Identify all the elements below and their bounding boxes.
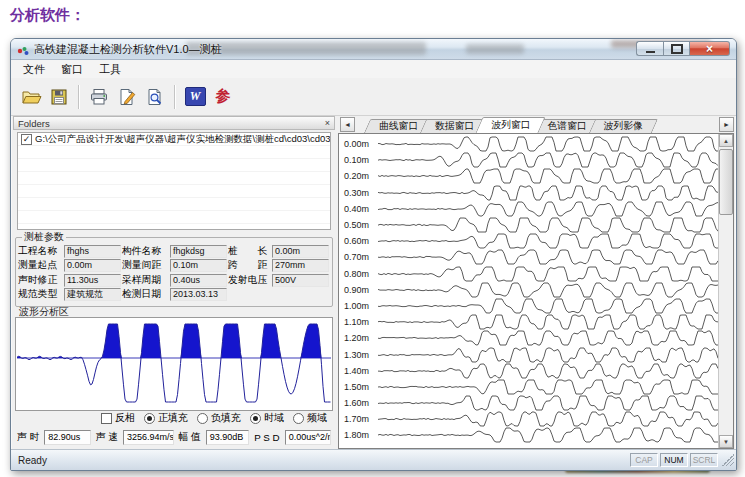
time-domain-radio[interactable]: 时域 bbox=[250, 411, 284, 425]
depth-label: 0.40m bbox=[339, 204, 378, 214]
param-value: 270mm bbox=[272, 259, 329, 272]
param-label: 测量起点 bbox=[18, 259, 63, 272]
invert-checkbox[interactable]: 反相 bbox=[101, 411, 135, 425]
waveform-trace bbox=[378, 315, 718, 329]
freq-domain-radio[interactable]: 频域 bbox=[293, 411, 327, 425]
background-window-blur bbox=[186, 42, 426, 55]
sound-speed-value: 3256.94m/s bbox=[123, 430, 174, 445]
page-pencil-icon bbox=[117, 88, 137, 106]
wave-trace-row: 1.30m bbox=[339, 346, 733, 362]
view-tabbar: ◄ 曲线窗口数据窗口波列窗口色谱窗口波列影像 ► bbox=[338, 116, 734, 134]
param-label: 规范类型 bbox=[18, 288, 63, 301]
radio-icon bbox=[144, 413, 155, 424]
maximize-icon bbox=[671, 44, 683, 54]
wave-trace-row: 1.40m bbox=[339, 363, 733, 379]
edit-report-button[interactable] bbox=[113, 83, 141, 110]
vertical-scrollbar[interactable]: ▲ ▼ bbox=[718, 134, 733, 448]
status-cell-num: NUM bbox=[660, 453, 688, 467]
folders-close-icon[interactable]: × bbox=[325, 118, 330, 128]
print-icon bbox=[89, 88, 109, 106]
waveform-trace bbox=[378, 202, 718, 216]
invert-label: 反相 bbox=[115, 411, 135, 425]
depth-label: 1.80m bbox=[339, 430, 378, 440]
menu-tools[interactable]: 工具 bbox=[91, 60, 129, 79]
background-window-blur bbox=[466, 44, 524, 54]
analysis-wave-fill bbox=[17, 324, 331, 358]
param-label: 测量间距 bbox=[122, 259, 169, 272]
parameters-icon: 参 bbox=[216, 87, 231, 106]
wave-trace-row: 1.80m bbox=[339, 427, 733, 443]
param-label: 声时修正 bbox=[18, 274, 63, 287]
resize-grip[interactable] bbox=[722, 454, 734, 466]
positive-fill-label: 正填充 bbox=[158, 411, 188, 425]
word-icon: W bbox=[185, 87, 206, 106]
depth-label: 0.20m bbox=[339, 171, 378, 181]
tab-label: 色谱窗口 bbox=[548, 120, 587, 133]
negative-fill-label: 负填充 bbox=[211, 411, 241, 425]
open-folder-icon bbox=[21, 88, 42, 106]
wave-trace-row: 0.70m bbox=[339, 249, 733, 265]
param-label: 桩 长 bbox=[228, 245, 271, 258]
waveform-trace bbox=[378, 364, 718, 378]
param-value: 2013.03.13 bbox=[170, 288, 227, 301]
waveform-trace bbox=[378, 250, 718, 264]
psd-value: 0.00us^2/m bbox=[285, 430, 331, 445]
folders-panel-title: Folders bbox=[18, 118, 50, 129]
titlebar: 高铁建混凝土检测分析软件V1.0—测桩 × bbox=[11, 39, 736, 60]
wave-trace-row: 0.30m bbox=[339, 185, 733, 201]
tabs-scroll-right-icon[interactable]: ► bbox=[719, 117, 734, 132]
menu-file[interactable]: 文件 bbox=[15, 60, 53, 79]
tabs-scroll-left-icon[interactable]: ◄ bbox=[340, 117, 355, 132]
tab-label: 数据窗口 bbox=[435, 120, 474, 133]
menu-window[interactable]: 窗口 bbox=[53, 60, 91, 79]
analysis-wave-outline bbox=[17, 324, 331, 402]
depth-label: 0.30m bbox=[339, 188, 378, 198]
print-button[interactable] bbox=[85, 83, 113, 110]
wave-trace-row: 0.80m bbox=[339, 266, 733, 282]
tab-label: 波列影像 bbox=[604, 120, 643, 133]
waveform-trace bbox=[378, 348, 718, 362]
depth-label: 0.70m bbox=[339, 252, 378, 262]
preview-button[interactable] bbox=[141, 83, 169, 110]
save-button[interactable] bbox=[45, 83, 73, 110]
status-key-cells: CAPNUMSCRL bbox=[630, 453, 720, 467]
checkbox-icon[interactable]: ✓ bbox=[21, 134, 32, 145]
waveform-analysis-chart[interactable] bbox=[15, 317, 333, 411]
tree-item[interactable]: ✓G:\公司产品设计开发\超声仪器\超声仪实地检测数据\测桩cd\cd03\cd… bbox=[18, 133, 330, 146]
folders-tree[interactable]: ✓G:\公司产品设计开发\超声仪器\超声仪实地检测数据\测桩cd\cd03\cd… bbox=[17, 132, 331, 230]
scrollbar-thumb[interactable] bbox=[719, 149, 733, 215]
tab-label: 曲线窗口 bbox=[379, 120, 418, 133]
psd-label: P S D bbox=[254, 432, 279, 443]
wave-trace-row: 0.10m bbox=[339, 152, 733, 168]
positive-fill-radio[interactable]: 正填充 bbox=[144, 411, 188, 425]
tab-wave-train[interactable]: 波列窗口 bbox=[479, 117, 542, 133]
wave-train-rows: 0.00m0.10m0.20m0.30m0.40m0.50m0.60m0.70m… bbox=[339, 134, 733, 444]
wave-trace-row: 1.00m bbox=[339, 298, 733, 314]
wave-train-display[interactable]: 0.00m0.10m0.20m0.30m0.40m0.50m0.60m0.70m… bbox=[338, 133, 734, 449]
status-message: Ready bbox=[11, 455, 630, 466]
page-caption: 分析软件： bbox=[10, 6, 85, 25]
wave-trace-row: 1.50m bbox=[339, 379, 733, 395]
maximize-button[interactable] bbox=[663, 41, 690, 56]
window-title: 高铁建混凝土检测分析软件V1.0—测桩 bbox=[34, 42, 222, 57]
parameters-button[interactable]: 参 bbox=[209, 83, 237, 110]
waveform-trace bbox=[378, 169, 718, 183]
param-label: 采样周期 bbox=[122, 274, 169, 287]
freq-domain-label: 频域 bbox=[307, 411, 327, 425]
param-value: 0.00m bbox=[64, 259, 121, 272]
word-export-button[interactable]: W bbox=[181, 83, 209, 110]
wave-trace-row: 1.60m bbox=[339, 395, 733, 411]
open-button[interactable] bbox=[17, 83, 45, 110]
minimize-button[interactable] bbox=[636, 41, 663, 56]
window-controls: × bbox=[636, 41, 730, 56]
statusbar: Ready CAPNUMSCRL bbox=[11, 449, 736, 470]
depth-label: 1.70m bbox=[339, 414, 378, 424]
negative-fill-radio[interactable]: 负填充 bbox=[197, 411, 241, 425]
close-button[interactable]: × bbox=[690, 41, 730, 56]
wave-trace-row: 0.40m bbox=[339, 201, 733, 217]
tab-wave-image[interactable]: 波列影像 bbox=[592, 119, 655, 133]
scroll-up-icon[interactable]: ▲ bbox=[719, 134, 733, 147]
waveform-trace bbox=[378, 218, 718, 232]
scroll-down-icon[interactable]: ▼ bbox=[719, 435, 733, 448]
pile-params-legend: 测桩参数 bbox=[22, 230, 66, 244]
